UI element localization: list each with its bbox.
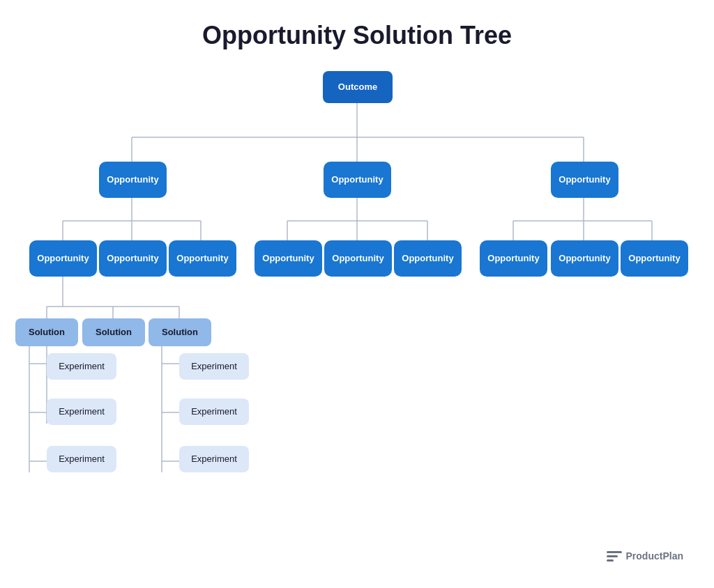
logo-bar-2: [607, 555, 618, 557]
logo-text: ProductPlan: [626, 550, 683, 562]
logo-bar-1: [607, 551, 622, 553]
experiment-1: Experiment: [47, 399, 116, 425]
opp-l2-7: Opportunity: [551, 240, 618, 277]
productplan-logo: ProductPlan: [607, 550, 683, 562]
opp-l1-2: Opportunity: [551, 162, 618, 198]
solution-1: Solution: [82, 318, 145, 346]
page-title: Opportunity Solution Tree: [202, 21, 512, 50]
outcome-node: Outcome: [323, 71, 393, 103]
opp-l2-6: Opportunity: [480, 240, 547, 277]
opp-l2-0: Opportunity: [29, 240, 97, 277]
opp-l2-1: Opportunity: [99, 240, 167, 277]
experiment-4: Experiment: [179, 399, 249, 425]
opp-l2-5: Opportunity: [394, 240, 462, 277]
tree-container: Outcome Opportunity Opportunity Opportun…: [15, 71, 699, 574]
opp-l2-8: Opportunity: [621, 240, 688, 277]
solution-2: Solution: [149, 318, 211, 346]
solution-0: Solution: [15, 318, 78, 346]
logo-bar-3: [607, 559, 614, 562]
opp-l1-1: Opportunity: [324, 162, 391, 198]
experiment-3: Experiment: [179, 353, 249, 380]
page: Opportunity Solution Tree: [0, 0, 714, 588]
experiment-0: Experiment: [47, 353, 116, 380]
opp-l2-3: Opportunity: [255, 240, 322, 277]
opp-l1-0: Opportunity: [99, 162, 167, 198]
logo-icon: [607, 551, 622, 562]
experiment-2: Experiment: [47, 446, 116, 472]
experiment-5: Experiment: [179, 446, 249, 472]
opp-l2-4: Opportunity: [324, 240, 392, 277]
opp-l2-2: Opportunity: [169, 240, 236, 277]
